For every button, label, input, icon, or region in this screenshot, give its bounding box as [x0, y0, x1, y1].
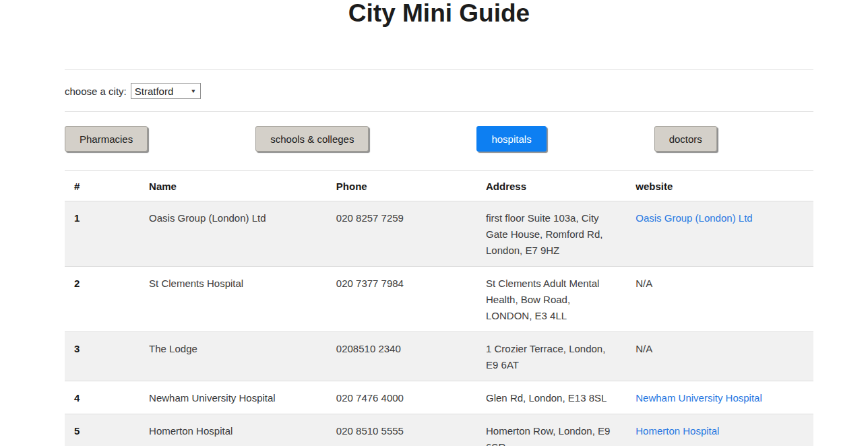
column-header-phone: Phone — [327, 171, 476, 201]
table-row: 4 Newham University Hospital 020 7476 40… — [65, 381, 813, 414]
hospital-address: Glen Rd, London, E13 8SL — [476, 381, 626, 414]
city-selector-section: choose a city: Stratford ▼ — [65, 70, 813, 111]
dropdown-arrow-icon: ▼ — [190, 88, 196, 94]
hospital-name: Homerton Hospital — [140, 414, 327, 446]
website-link[interactable]: Oasis Group (London) Ltd — [636, 212, 752, 224]
row-number: 4 — [65, 381, 140, 414]
row-number: 5 — [65, 414, 140, 446]
city-select-value: Stratford — [135, 86, 174, 97]
row-number: 1 — [65, 201, 140, 267]
category-button-pharmacies[interactable]: Pharmacies — [65, 126, 148, 152]
website-na: N/A — [626, 267, 813, 332]
table-row: 2 St Clements Hospital 020 7377 7984 St … — [65, 267, 813, 332]
hospital-name: The Lodge — [140, 332, 327, 381]
hospitals-table: # Name Phone Address website 1 Oasis Gro… — [65, 170, 813, 446]
category-button-hospitals[interactable]: hospitals — [476, 126, 546, 152]
website-na: N/A — [626, 332, 813, 381]
hospital-address: St Clements Adult Mental Health, Bow Roa… — [476, 267, 626, 332]
column-header-name: Name — [140, 171, 327, 201]
column-header-number: # — [65, 171, 140, 201]
hospital-name: Newham University Hospital — [140, 381, 327, 414]
hospital-phone: 020 8510 5555 — [327, 414, 476, 446]
hospital-name: St Clements Hospital — [140, 267, 327, 332]
website-link[interactable]: Homerton Hospital — [636, 425, 719, 437]
website-link[interactable]: Newham University Hospital — [636, 392, 762, 404]
category-button-schools-colleges[interactable]: schools & colleges — [255, 126, 369, 152]
hospital-phone: 020 8257 7259 — [327, 201, 476, 267]
city-select-label: choose a city: — [65, 86, 127, 97]
table-row: 3 The Lodge 0208510 2340 1 Crozier Terra… — [65, 332, 813, 381]
hospital-address: Homerton Row, London, E9 6SR — [476, 414, 626, 446]
table-row: 5 Homerton Hospital 020 8510 5555 Homert… — [65, 414, 813, 446]
category-button-row: Pharmacies schools & colleges hospitals … — [65, 126, 813, 152]
main-container: City Mini Guide choose a city: Stratford… — [65, 0, 813, 446]
column-header-address: Address — [476, 171, 626, 201]
hospital-address: first floor Suite 103a, City Gate House,… — [476, 201, 626, 267]
hospital-name: Oasis Group (London) Ltd — [140, 201, 327, 267]
hospital-address: 1 Crozier Terrace, London, E9 6AT — [476, 332, 626, 381]
row-number: 3 — [65, 332, 140, 381]
page-title: City Mini Guide — [65, 0, 813, 30]
column-header-website: website — [626, 171, 813, 201]
hospital-phone: 020 7377 7984 — [327, 267, 476, 332]
category-button-doctors[interactable]: doctors — [654, 126, 717, 152]
hospital-phone: 0208510 2340 — [327, 332, 476, 381]
table-row: 1 Oasis Group (London) Ltd 020 8257 7259… — [65, 201, 813, 267]
hospital-phone: 020 7476 4000 — [327, 381, 476, 414]
city-select[interactable]: Stratford ▼ — [131, 83, 201, 99]
row-number: 2 — [65, 267, 140, 332]
divider — [65, 111, 813, 112]
table-header-row: # Name Phone Address website — [65, 171, 813, 201]
